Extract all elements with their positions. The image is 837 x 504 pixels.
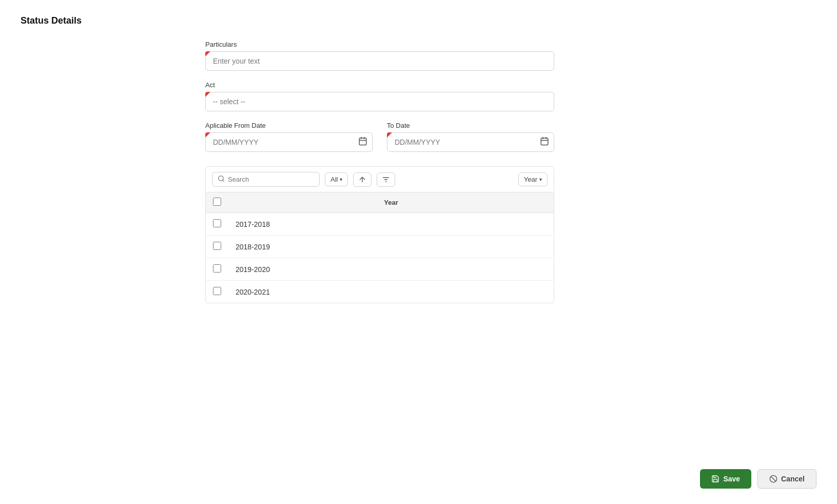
form-section: Particulars Act Aplicable From Date (205, 41, 554, 303)
year-table: Year 2017-20182018-20192019-20202020-202… (206, 192, 554, 303)
table-toolbar: All ▾ Year (206, 167, 554, 192)
save-label: Save (723, 475, 740, 483)
search-icon (218, 175, 225, 184)
filter-icon (382, 176, 390, 184)
cancel-icon (769, 475, 777, 483)
act-input[interactable] (205, 92, 554, 111)
row-checkbox-cell (206, 281, 228, 303)
year-column-header: Year (228, 192, 554, 213)
required-indicator-from-date (205, 132, 210, 138)
row-checkbox-cell (206, 213, 228, 236)
year-chevron-icon: ▾ (539, 177, 542, 182)
row-year-cell: 2017-2018 (228, 213, 554, 236)
search-box[interactable] (212, 172, 320, 187)
table-row: 2017-2018 (206, 213, 554, 236)
select-all-checkbox[interactable] (213, 198, 221, 206)
all-filter-label: All (330, 176, 338, 183)
act-input-wrapper (205, 92, 554, 111)
sort-icon (358, 176, 366, 184)
table-row: 2020-2021 (206, 281, 554, 303)
applicable-date-wrapper (205, 132, 373, 152)
particulars-input[interactable] (205, 51, 554, 71)
page-title: Status Details (21, 15, 816, 26)
row-year-cell: 2018-2019 (228, 236, 554, 258)
to-date-group: To Date (387, 122, 554, 152)
particulars-input-wrapper (205, 51, 554, 71)
footer-buttons: Save Cancel (700, 469, 816, 489)
required-indicator (205, 51, 210, 56)
table-body: 2017-20182018-20192019-20202020-2021 (206, 213, 554, 303)
applicable-from-date-input[interactable] (205, 132, 373, 152)
save-button[interactable]: Save (700, 469, 751, 489)
applicable-date-group: Aplicable From Date (205, 122, 373, 152)
save-icon (711, 475, 719, 483)
required-indicator-to-date (387, 132, 392, 138)
row-checkbox-cell (206, 258, 228, 281)
chevron-down-icon: ▾ (340, 177, 342, 182)
act-label: Act (205, 81, 554, 89)
year-table-section: All ▾ Year (205, 166, 554, 303)
row-year-cell: 2020-2021 (228, 281, 554, 303)
table-row: 2018-2019 (206, 236, 554, 258)
row-year-cell: 2019-2020 (228, 258, 554, 281)
cancel-label: Cancel (781, 475, 805, 483)
particulars-group: Particulars (205, 41, 554, 71)
all-filter-dropdown[interactable]: All ▾ (325, 172, 348, 186)
row-checkbox-2[interactable] (213, 264, 221, 273)
required-indicator-act (205, 92, 210, 97)
sort-button[interactable] (353, 172, 372, 187)
row-checkbox-1[interactable] (213, 242, 221, 250)
row-checkbox-0[interactable] (213, 219, 221, 227)
table-row: 2019-2020 (206, 258, 554, 281)
applicable-date-label: Aplicable From Date (205, 122, 373, 129)
svg-line-15 (771, 476, 775, 481)
act-group: Act (205, 81, 554, 111)
date-row: Aplicable From Date To Date (205, 122, 554, 162)
cancel-button[interactable]: Cancel (757, 469, 816, 489)
to-date-wrapper (387, 132, 554, 152)
header-checkbox-cell (206, 192, 228, 213)
search-input[interactable] (228, 176, 314, 183)
to-date-label: To Date (387, 122, 554, 129)
row-checkbox-3[interactable] (213, 287, 221, 295)
particulars-label: Particulars (205, 41, 554, 48)
svg-line-9 (223, 180, 224, 182)
year-dropdown-label: Year (524, 176, 537, 183)
page-container: Status Details Particulars Act Aplicable… (0, 0, 837, 319)
to-date-input[interactable] (387, 132, 554, 152)
row-checkbox-cell (206, 236, 228, 258)
filter-button[interactable] (377, 172, 395, 187)
table-header: Year (206, 192, 554, 213)
year-dropdown[interactable]: Year ▾ (518, 172, 548, 186)
